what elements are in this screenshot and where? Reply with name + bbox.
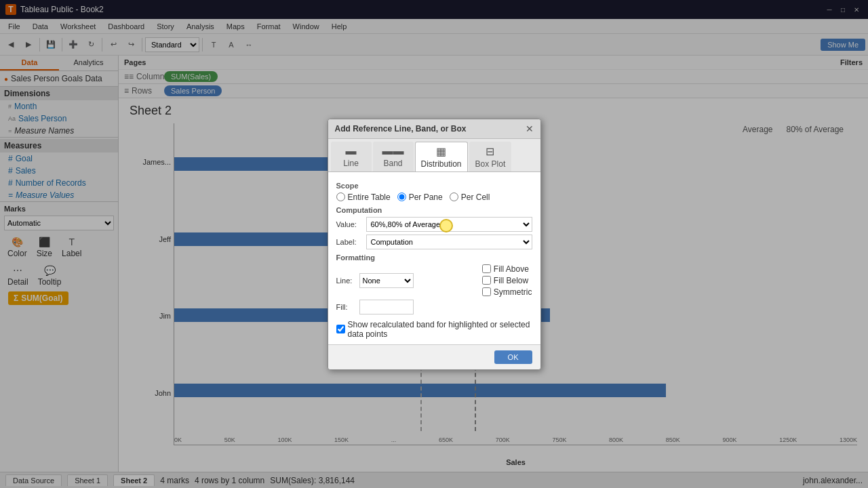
ok-button[interactable]: OK xyxy=(494,350,532,364)
radio-entire-table[interactable]: Entire Table xyxy=(336,192,391,202)
symmetric-check[interactable]: Symmetric xyxy=(482,287,532,297)
format-line-row: Line: None Fill Above xyxy=(336,264,532,297)
dialog-tab-line[interactable]: ▬ Line xyxy=(331,142,372,171)
boxplot-tab-label: Box Plot xyxy=(475,159,506,169)
radio-per-pane[interactable]: Per Pane xyxy=(397,192,443,202)
dialog-title: Add Reference Line, Band, or Box xyxy=(335,124,467,134)
fill-above-label: Fill Above xyxy=(494,264,529,274)
format-fill-color[interactable] xyxy=(359,300,414,314)
formatting-label: Formatting xyxy=(336,253,532,262)
distribution-tab-label: Distribution xyxy=(421,159,462,169)
distribution-tab-icon: ▦ xyxy=(436,145,446,158)
comp-label-label: Label: xyxy=(336,238,362,246)
boxplot-tab-icon: ⊟ xyxy=(486,145,494,158)
scope-row: Entire Table Per Pane Per Cell xyxy=(336,192,532,202)
line-tab-icon: ▬ xyxy=(346,145,357,157)
scope-label: Scope xyxy=(336,182,532,190)
comp-label-row: Label: Computation xyxy=(336,235,532,249)
dialog-tabs: ▬ Line ▬▬ Band ▦ Distribution ⊟ Box Plot xyxy=(328,139,540,172)
symmetric-label: Symmetric xyxy=(494,287,532,297)
line-tab-label: Line xyxy=(343,159,359,168)
workspace: Pages Filters ≡≡ Columns SUM(Sales) ≡ Ro… xyxy=(119,56,868,472)
dialog-overlay: Add Reference Line, Band, or Box ✕ ▬ Lin… xyxy=(0,0,868,488)
radio-per-cell[interactable]: Per Cell xyxy=(450,192,490,202)
comp-value-select[interactable]: 60%,80% of Average xyxy=(366,217,532,232)
fill-below-check[interactable]: Fill Below xyxy=(482,276,532,285)
recalc-row: Show recalculated band for highlighted o… xyxy=(336,320,532,339)
fill-below-label: Fill Below xyxy=(494,276,528,285)
formatting-section: Formatting Line: None Fill Above xyxy=(336,253,532,314)
radio-entire-label: Entire Table xyxy=(348,192,391,202)
comp-label-select[interactable]: Computation xyxy=(366,235,532,249)
dialog-footer: OK xyxy=(328,344,540,369)
main-layout: Data Analytics ● Sales Person Goals Data… xyxy=(0,56,868,472)
computation-label: Computation xyxy=(336,206,532,214)
format-line-select[interactable]: None xyxy=(359,273,414,288)
recalc-label: Show recalculated band for highlighted o… xyxy=(348,320,532,339)
format-fill-row: Fill: xyxy=(336,300,532,314)
band-tab-label: Band xyxy=(383,159,402,168)
dialog-tab-boxplot[interactable]: ⊟ Box Plot xyxy=(469,142,512,171)
recalc-checkbox[interactable] xyxy=(336,325,345,333)
comp-value-label: Value: xyxy=(336,220,362,228)
radio-pane-label: Per Pane xyxy=(409,192,443,202)
dialog-title-bar: Add Reference Line, Band, or Box ✕ xyxy=(328,119,540,139)
comp-value-row: Value: 60%,80% of Average xyxy=(336,217,532,232)
dialog-close-btn[interactable]: ✕ xyxy=(526,123,534,134)
dialog: Add Reference Line, Band, or Box ✕ ▬ Lin… xyxy=(328,119,541,370)
fill-above-check[interactable]: Fill Above xyxy=(482,264,532,274)
computation-section: Computation Value: 60%,80% of Average La… xyxy=(336,206,532,249)
dialog-tab-band[interactable]: ▬▬ Band xyxy=(373,142,414,171)
format-fill-label: Fill: xyxy=(336,303,355,311)
dialog-tab-distribution[interactable]: ▦ Distribution xyxy=(415,142,468,171)
checkbox-group: Fill Above Fill Below Symmetric xyxy=(482,264,532,297)
band-tab-icon: ▬▬ xyxy=(382,145,404,157)
format-line-label: Line: xyxy=(336,277,355,285)
radio-cell-label: Per Cell xyxy=(461,192,490,202)
dialog-body: Scope Entire Table Per Pane Per Cell xyxy=(328,172,540,344)
